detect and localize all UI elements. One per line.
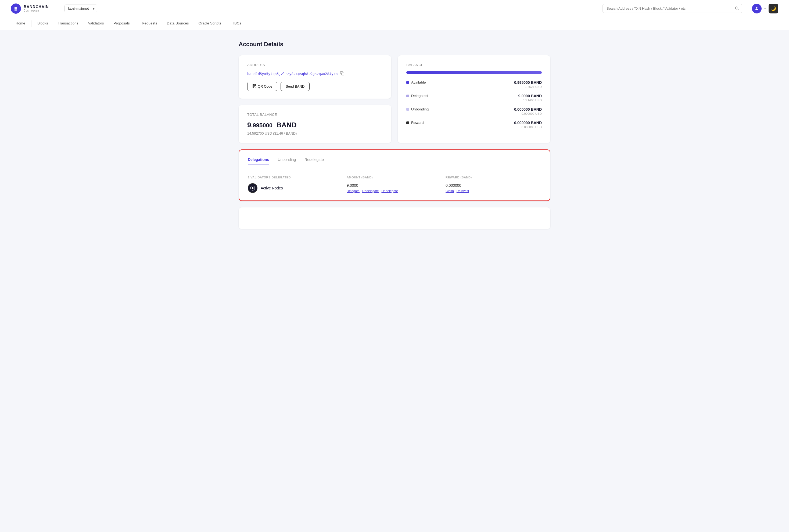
claim-link[interactable]: Claim [446,189,454,193]
copy-icon[interactable] [340,71,344,76]
total-balance-amount: 9.995000 BAND [247,121,383,129]
search-input[interactable] [602,4,742,13]
header-validators: 1 VALIDATORS DELEGATED [248,176,343,179]
delegation-amount-col: 9.0000 Delegate Redelegate Undelegate [347,183,442,193]
reward-label-group: Reward [406,121,424,125]
send-band-button[interactable]: Send BAND [281,82,309,91]
balance-row-delegated: Delegated 9.0000 BAND 13.1400 USD [406,94,542,102]
nav-home[interactable]: Home [11,17,30,30]
validator-info: Active Nodes [248,183,343,193]
balance-rows: Available 0.995000 BAND 1.4527 USD Deleg… [406,80,542,129]
send-band-label: Send BAND [286,84,304,89]
validator-name: Active Nodes [261,186,283,190]
qr-code-button[interactable]: QR Code [247,82,277,91]
balance-decimal: .995000 [251,122,273,129]
nav-ibcs[interactable]: IBCs [228,17,246,30]
delegation-tabs: Delegations Unbonding Redelegate [248,157,541,165]
unbonding-usd: 0.000000 USD [514,112,542,115]
unbonding-dot [406,108,409,111]
svg-point-0 [735,7,738,9]
dark-mode-toggle[interactable]: 🌙 [769,4,778,14]
delegated-usd: 13.1400 USD [519,99,542,102]
delegation-reward: 0.000000 [446,183,541,188]
undelegate-link[interactable]: Undelegate [381,189,398,193]
available-label-group: Available [406,80,426,84]
table-row: Active Nodes 9.0000 Delegate Redelegate … [248,183,541,193]
svg-rect-11 [255,87,256,88]
svg-rect-8 [255,85,255,86]
delegation-action-links: Delegate Redelegate Undelegate [347,189,442,193]
reward-label: Reward [411,121,424,125]
delegated-label: Delegated [411,94,428,98]
avatar-chevron: ▾ [764,7,766,10]
balance-breakdown-label: Balance [406,63,542,67]
nav-validators[interactable]: Validators [83,17,109,30]
total-balance-card: Total Balance 9.995000 BAND 14.592700 US… [239,105,391,143]
available-band: 0.995000 BAND [514,80,542,84]
nav-requests[interactable]: Requests [137,17,162,30]
tab-redelegate[interactable]: Redelegate [304,157,324,165]
qr-code-label: QR Code [258,84,272,89]
available-dot [406,81,409,84]
balance-whole: 9 [247,121,251,129]
balance-unit: BAND [276,121,296,129]
available-label: Available [411,80,426,84]
logo-area: BANDCHAIN Cosmoscan [11,3,59,14]
delegation-amount: 9.0000 [347,183,442,188]
total-balance-label: Total Balance [247,113,383,117]
svg-point-13 [252,187,254,189]
tab-active-indicator [248,170,275,170]
svg-line-1 [738,9,738,10]
address-value: band1d5yx5ytqn5jzlrzy8zxpsqh8t9ghzqwx284… [247,71,383,76]
bottom-card [239,207,550,229]
nav-proposals[interactable]: Proposals [109,17,135,30]
unbonding-values: 0.000000 BAND 0.000000 USD [514,107,542,115]
search-bar [602,4,742,13]
available-usd: 1.4527 USD [514,85,542,89]
validator-logo [248,183,258,193]
unbonding-band: 0.000000 BAND [514,107,542,112]
available-values: 0.995000 BAND 1.4527 USD [514,80,542,89]
left-column: Address band1d5yx5ytqn5jzlrzy8zxpsqh8t9g… [239,55,391,143]
nav-divider-3 [227,20,227,27]
address-text: band1d5yx5ytqn5jzlrzy8zxpsqh8t9ghzqwx284… [247,72,338,76]
tab-delegations[interactable]: Delegations [248,157,269,165]
brand-text: BANDCHAIN Cosmoscan [24,5,49,12]
balance-row-reward: Reward 0.000000 BAND 0.000000 USD [406,121,542,129]
nav-data-sources[interactable]: Data Sources [162,17,194,30]
nav-blocks[interactable]: Blocks [33,17,53,30]
network-selector[interactable]: laozi-mainnet [64,4,97,12]
logo-icon [11,3,21,14]
brand-name: BANDCHAIN [24,5,49,9]
balance-bar [406,71,542,74]
user-avatar[interactable] [752,4,762,14]
header-amount: AMOUNT (BAND) [347,176,442,179]
delegation-reward-col: 0.000000 Claim Reinvest [446,183,541,193]
header-right: ▾ 🌙 [752,4,778,14]
top-cards-row: Address band1d5yx5ytqn5jzlrzy8zxpsqh8t9g… [239,55,550,143]
tab-unbonding[interactable]: Unbonding [278,157,296,165]
network-dropdown[interactable]: laozi-mainnet [64,4,97,12]
reward-usd: 0.000000 USD [514,126,542,129]
nav-divider-1 [31,20,32,27]
nav-divider-2 [136,20,136,27]
nav-transactions[interactable]: Transactions [53,17,83,30]
delegated-values: 9.0000 BAND 13.1400 USD [519,94,542,102]
redelegate-link[interactable]: Redelegate [362,189,379,193]
delegated-dot [406,95,409,97]
balance-row-unbonding: Unbonding 0.000000 BAND 0.000000 USD [406,107,542,115]
total-balance-usd: 14.592700 USD ($1.46 / BAND) [247,131,383,135]
reward-action-links: Claim Reinvest [446,189,541,193]
action-buttons: QR Code Send BAND [247,82,383,91]
page-title: Account Details [239,41,550,48]
unbonding-label: Unbonding [411,107,429,111]
main-nav: Home Blocks Transactions Validators Prop… [0,17,789,30]
nav-oracle-scripts[interactable]: Oracle Scripts [193,17,226,30]
reinvest-link[interactable]: Reinvest [456,189,469,193]
address-card: Address band1d5yx5ytqn5jzlrzy8zxpsqh8t9g… [239,55,391,99]
svg-rect-3 [341,73,344,75]
delegated-band: 9.0000 BAND [519,94,542,98]
delegate-link[interactable]: Delegate [347,189,360,193]
reward-dot [406,121,409,124]
qr-icon [252,84,256,89]
